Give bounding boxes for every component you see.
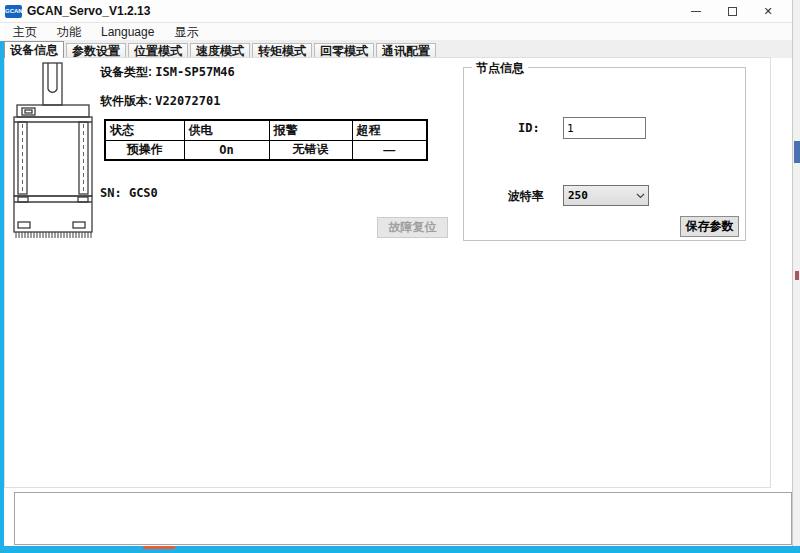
baud-rate-selected-value: 250 <box>564 189 632 202</box>
close-button[interactable]: ✕ <box>750 0 786 23</box>
status-table: 状态 供电 报警 超程 预操作 On 无错误 — <box>104 119 428 161</box>
window-controls: ✕ <box>678 0 786 23</box>
overtravel-header: 超程 <box>352 120 427 141</box>
id-input[interactable] <box>563 117 646 139</box>
node-info-groupbox: 节点信息 ID: 波特率 250 保存参数 <box>463 67 746 241</box>
maximize-button[interactable] <box>714 0 750 23</box>
background-icon-sliver <box>795 271 799 280</box>
taskbar-edge <box>0 546 800 553</box>
device-type-line: 设备类型: ISM-SP57M46 <box>100 64 235 81</box>
menu-function[interactable]: 功能 <box>47 23 91 41</box>
app-logo-icon: GCAN <box>5 5 22 18</box>
software-version-value: V22072701 <box>155 94 220 108</box>
status-header: 状态 <box>105 120 184 141</box>
window-title: GCAN_Servo_V1.2.13 <box>27 0 150 23</box>
tab-comm-config[interactable]: 通讯配置 <box>376 43 436 58</box>
tab-homing-mode[interactable]: 回零模式 <box>314 43 374 58</box>
sn-value: GCS0 <box>129 186 158 200</box>
maximize-icon <box>728 7 737 16</box>
title-bar: GCAN GCAN_Servo_V1.2.13 ✕ <box>0 0 794 23</box>
minimize-icon <box>691 11 701 12</box>
taskbar-app-highlight <box>143 546 175 549</box>
power-header: 供电 <box>184 120 269 141</box>
device-type-label: 设备类型: <box>100 65 155 79</box>
tab-position-mode[interactable]: 位置模式 <box>128 43 188 58</box>
tab-torque-mode[interactable]: 转矩模式 <box>252 43 312 58</box>
power-value: On <box>184 141 269 160</box>
app-window: GCAN GCAN_Servo_V1.2.13 ✕ 主页 功能 Language… <box>0 0 800 553</box>
sn-label: SN: <box>100 186 129 200</box>
motor-illustration <box>11 62 96 239</box>
alarm-header: 报警 <box>269 120 352 141</box>
menu-display[interactable]: 显示 <box>164 23 208 41</box>
tab-strip: 设备信息 参数设置 位置模式 速度模式 转矩模式 回零模式 通讯配置 <box>4 41 794 58</box>
status-value: 预操作 <box>105 141 184 160</box>
id-label: ID: <box>518 121 540 135</box>
software-version-line: 软件版本: V22072701 <box>100 93 220 110</box>
status-table-header-row: 状态 供电 报警 超程 <box>105 120 427 141</box>
menu-bar: 主页 功能 Language 显示 <box>4 23 794 41</box>
minimize-button[interactable] <box>678 0 714 23</box>
baud-rate-select[interactable]: 250 <box>563 185 649 206</box>
background-window-sliver <box>794 141 800 163</box>
save-parameters-button[interactable]: 保存参数 <box>680 216 739 237</box>
device-type-value: ISM-SP57M46 <box>155 65 234 79</box>
alarm-value: 无错误 <box>269 141 352 160</box>
menu-home[interactable]: 主页 <box>4 23 47 41</box>
chevron-down-icon <box>632 193 648 199</box>
tab-device-info[interactable]: 设备信息 <box>4 41 64 58</box>
menu-language[interactable]: Language <box>91 23 164 41</box>
desktop-background-left <box>0 41 4 546</box>
overtravel-value: — <box>352 141 427 160</box>
tab-parameter-settings[interactable]: 参数设置 <box>66 43 126 58</box>
serial-number-line: SN: GCS0 <box>100 186 158 200</box>
close-icon: ✕ <box>763 5 772 18</box>
desktop-background-right <box>792 0 800 553</box>
node-info-title: 节点信息 <box>472 60 528 77</box>
baud-rate-label: 波特率 <box>508 188 544 205</box>
log-output[interactable] <box>14 492 792 545</box>
status-table-value-row: 预操作 On 无错误 — <box>105 141 427 160</box>
fault-reset-button[interactable]: 故障复位 <box>377 217 448 238</box>
software-version-label: 软件版本: <box>100 94 155 108</box>
tab-speed-mode[interactable]: 速度模式 <box>190 43 250 58</box>
